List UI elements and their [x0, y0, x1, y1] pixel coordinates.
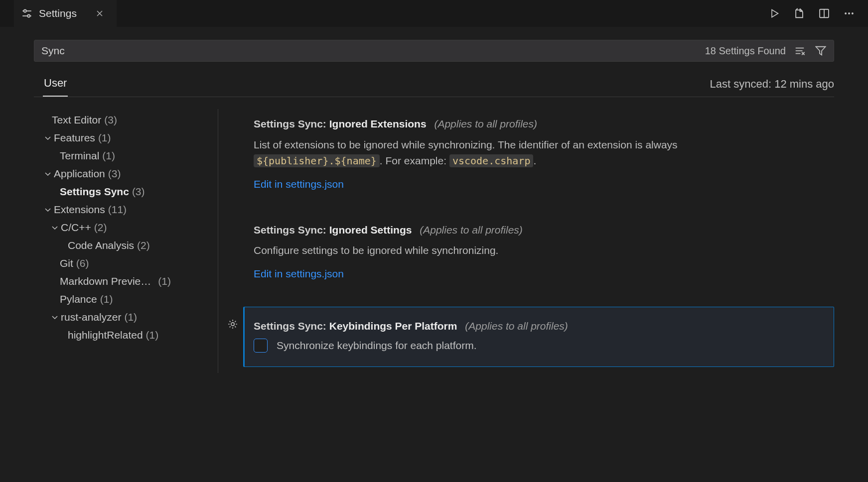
clear-filter-icon[interactable] [793, 44, 807, 58]
code-literal: vscode.csharp [449, 154, 534, 167]
chevron-down-icon [49, 224, 61, 232]
setting-title: Settings Sync: Ignored Extensions (Appli… [254, 116, 827, 132]
setting-title: Settings Sync: Ignored Settings (Applies… [254, 222, 827, 238]
chevron-down-icon [49, 313, 61, 321]
svg-marker-6 [772, 10, 778, 17]
more-icon[interactable] [842, 6, 856, 20]
setting-description: Configure settings to be ignored while s… [254, 242, 742, 259]
tabbar-actions [767, 0, 868, 27]
checkbox-row: Synchronize keybindings for each platfor… [254, 339, 827, 353]
search-right-group: 18 Settings Found [705, 44, 828, 58]
svg-marker-17 [816, 47, 825, 55]
settings-toc: Text Editor (3) Features (1) Terminal (1… [34, 109, 218, 373]
toc-extensions[interactable]: Extensions (11) [34, 201, 215, 219]
toc-terminal[interactable]: Terminal (1) [34, 147, 215, 165]
edit-in-settings-json-link[interactable]: Edit in settings.json [254, 268, 344, 280]
toc-application[interactable]: Application (3) [34, 165, 215, 183]
setting-description: List of extensions to be ignored while s… [254, 137, 742, 169]
search-result-count: 18 Settings Found [705, 45, 786, 57]
sync-status-text: Last synced: 12 mins ago [710, 78, 834, 97]
gear-icon[interactable] [226, 317, 240, 331]
settings-search-bar: 18 Settings Found [34, 40, 834, 62]
settings-search-input[interactable] [41, 45, 705, 57]
toc-highlight-related[interactable]: highlightRelated (1) [34, 326, 215, 344]
tabbar-left: Settings [0, 0, 117, 27]
svg-point-3 [27, 15, 30, 17]
chevron-down-icon [42, 170, 54, 178]
tab-title: Settings [39, 7, 77, 19]
chevron-down-icon [42, 134, 54, 142]
open-file-icon[interactable] [792, 6, 806, 20]
toc-markdown-preview[interactable]: Markdown Previe… (1) [34, 272, 215, 290]
svg-point-11 [852, 12, 854, 14]
toc-text-editor[interactable]: Text Editor (3) [34, 111, 215, 129]
sliders-icon [22, 8, 32, 18]
svg-point-18 [231, 322, 234, 325]
toc-rust-analyzer[interactable]: rust-analyzer (1) [34, 308, 215, 326]
checkbox-label: Synchronize keybindings for each platfor… [277, 340, 477, 352]
toc-pylance[interactable]: Pylance (1) [34, 290, 215, 308]
setting-keybindings-per-platform[interactable]: Settings Sync: Keybindings Per Platform … [243, 307, 834, 367]
filter-icon[interactable] [814, 44, 828, 58]
settings-body: Text Editor (3) Features (1) Terminal (1… [34, 109, 834, 373]
editor-tabbar: Settings [0, 0, 868, 27]
setting-title: Settings Sync: Keybindings Per Platform … [254, 318, 827, 334]
settings-detail-pane: Settings Sync: Ignored Extensions (Appli… [218, 109, 834, 373]
play-icon[interactable] [767, 6, 781, 20]
code-literal: ${publisher}.${name} [254, 154, 380, 167]
setting-ignored-extensions: Settings Sync: Ignored Extensions (Appli… [243, 111, 834, 200]
setting-ignored-settings: Settings Sync: Ignored Settings (Applies… [243, 217, 834, 290]
tabbar-gutter [0, 0, 14, 27]
chevron-down-icon [42, 206, 54, 214]
scope-tab-user[interactable]: User [43, 73, 68, 97]
edit-in-settings-json-link[interactable]: Edit in settings.json [254, 178, 344, 190]
split-editor-icon[interactable] [817, 6, 831, 20]
settings-editor: 18 Settings Found User Last synced: 12 m… [0, 27, 868, 373]
tab-settings[interactable]: Settings [14, 0, 117, 27]
svg-point-10 [848, 12, 850, 14]
settings-scope-row: User Last synced: 12 mins ago [34, 73, 834, 97]
toc-code-analysis[interactable]: Code Analysis (2) [34, 237, 215, 254]
checkbox-keybindings-per-platform[interactable] [254, 339, 268, 353]
svg-point-9 [845, 12, 847, 14]
close-icon[interactable] [93, 6, 107, 20]
toc-ccpp[interactable]: C/C++ (2) [34, 219, 215, 237]
toc-git[interactable]: Git (6) [34, 254, 215, 272]
toc-settings-sync[interactable]: Settings Sync (3) [34, 183, 215, 201]
svg-point-1 [24, 10, 26, 12]
toc-features[interactable]: Features (1) [34, 129, 215, 147]
